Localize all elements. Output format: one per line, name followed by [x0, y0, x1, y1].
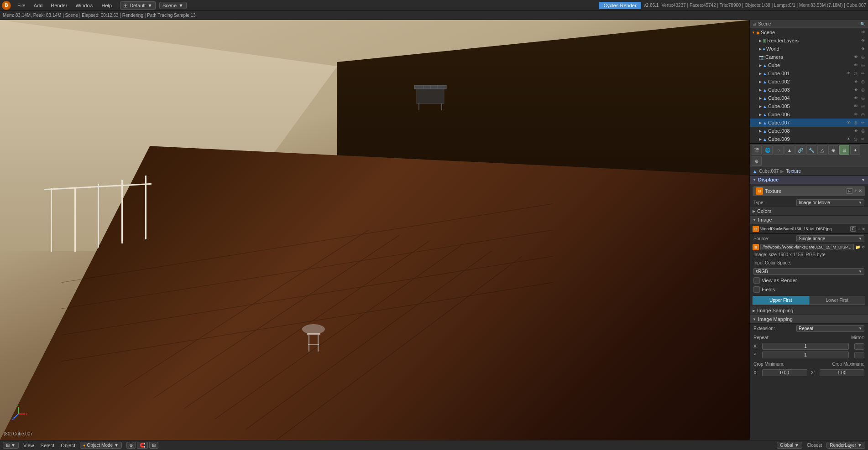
image-sampling-section[interactable]: ▶ Image Sampling: [750, 306, 868, 315]
displace-settings-icon[interactable]: ▼: [861, 178, 865, 182]
outliner-item-cube001[interactable]: ▶ ▲ Cube.001 👁 ◎ ✏: [750, 69, 868, 78]
editor-type-selector[interactable]: ⊞ ▼: [3, 442, 19, 449]
pencil-icon[interactable]: ✏: [860, 136, 866, 142]
image-f-btn[interactable]: F: [850, 226, 857, 232]
image-mapping-section[interactable]: ▼ Image Mapping: [750, 315, 868, 324]
render-icon[interactable]: ◎: [860, 103, 866, 109]
eye-icon[interactable]: 👁: [860, 37, 866, 44]
outliner-item-camera[interactable]: 📷 Camera 👁 ◎: [750, 53, 868, 61]
render-engine-selector[interactable]: Cycles Render: [599, 2, 641, 9]
render-icon[interactable]: ◎: [860, 87, 866, 93]
render-icon[interactable]: ◎: [860, 95, 866, 101]
bottom-select-label[interactable]: Select: [39, 443, 57, 448]
image-section-header[interactable]: ▼ Image: [750, 216, 868, 224]
filepath-reload-icon[interactable]: ↺: [862, 245, 865, 249]
repeat-x-field[interactable]: 1: [762, 343, 849, 350]
eye-icon[interactable]: 👁: [852, 87, 859, 93]
props-icon-texture[interactable]: ⊟: [839, 145, 849, 155]
pencil-icon[interactable]: ✏: [860, 119, 866, 126]
filepath-value[interactable]: //odwood2/WoodPlanksBare0158_15_M_DISP.j…: [760, 244, 854, 250]
menu-window[interactable]: Window: [72, 2, 97, 9]
colors-section[interactable]: ▶ Colors: [750, 207, 868, 216]
render-icon[interactable]: ◎: [852, 70, 859, 77]
outliner-item-cube006[interactable]: ▶ ▲ Cube.006 👁 ◎: [750, 110, 868, 119]
render-icon[interactable]: ◎: [860, 111, 866, 118]
pencil-icon[interactable]: ✏: [860, 70, 866, 77]
props-icon-material[interactable]: ◉: [828, 145, 838, 155]
props-icon-object[interactable]: ▲: [784, 145, 795, 155]
upper-first-btn[interactable]: Upper First: [753, 296, 809, 305]
repeat-y-field[interactable]: 1: [762, 352, 849, 358]
eye-icon[interactable]: 👁: [860, 46, 866, 52]
outliner-item-cube005[interactable]: ▶ ▲ Cube.005 👁 ◎: [750, 102, 868, 110]
type-dropdown[interactable]: Image or Movie ▼: [796, 199, 864, 206]
eye-icon[interactable]: 👁: [845, 70, 852, 77]
render-layer-selector[interactable]: RenderLayer ▼: [826, 442, 865, 449]
texture-f-btn[interactable]: F: [846, 188, 853, 194]
menu-add[interactable]: Add: [30, 2, 47, 9]
lower-first-btn[interactable]: Lower First: [809, 296, 866, 305]
outliner-item-renderlayers[interactable]: ▶ ⊞ RenderLayers 👁: [750, 36, 868, 45]
props-icon-scene[interactable]: 🌐: [763, 145, 773, 155]
props-icon-render[interactable]: 🎬: [752, 145, 762, 155]
mirror-y-swatch[interactable]: [854, 352, 864, 358]
outliner-item-cube003[interactable]: ▶ ▲ Cube.003 👁 ◎: [750, 86, 868, 94]
bottom-object-label[interactable]: Object: [59, 443, 77, 448]
eye-icon[interactable]: 👁: [852, 128, 859, 134]
filepath-browse-icon[interactable]: 📁: [855, 245, 860, 249]
eye-icon[interactable]: 👁: [852, 103, 859, 109]
eye-icon[interactable]: 👁: [845, 119, 852, 126]
render-icon[interactable]: ◎: [860, 128, 866, 134]
mirror-x-swatch[interactable]: [854, 343, 864, 350]
outliner-item-cube007[interactable]: ▶ ▲ Cube.007 👁 ◎ ✏: [750, 119, 868, 127]
eye-icon[interactable]: 👁: [852, 62, 859, 68]
outliner-filter-icon[interactable]: 🔍: [860, 22, 865, 26]
eye-icon[interactable]: 👁: [852, 111, 859, 118]
render-icon[interactable]: ◎: [860, 54, 866, 60]
eye-icon[interactable]: 👁: [852, 54, 859, 60]
transform-orientation[interactable]: Global ▼: [777, 442, 802, 449]
eye-icon[interactable]: 👁: [852, 95, 859, 101]
outliner-item-cube002[interactable]: ▶ ▲ Cube.002 👁 ◎: [750, 78, 868, 86]
pivot-selector[interactable]: ⊕: [126, 442, 136, 449]
bottom-view-label[interactable]: View: [21, 443, 36, 448]
render-icon[interactable]: ◎: [860, 62, 866, 68]
render-icon[interactable]: ◎: [852, 119, 859, 126]
crop-min-x-field[interactable]: 0.00: [762, 369, 807, 376]
render-icon[interactable]: ◎: [852, 136, 859, 142]
props-icon-physics[interactable]: ⊕: [752, 156, 762, 166]
extension-dropdown[interactable]: Repeat ▼: [796, 325, 864, 332]
props-icon-data[interactable]: △: [817, 145, 827, 155]
displace-section-header[interactable]: ▼ Displace ▼: [750, 176, 868, 184]
scene-selector[interactable]: Scene ▼: [159, 2, 187, 9]
props-icon-constraints[interactable]: 🔗: [795, 145, 805, 155]
fields-checkbox[interactable]: [753, 286, 760, 293]
screen-layout-selector[interactable]: ⊞ Default ▼: [120, 1, 156, 10]
texture-remove-icon[interactable]: ✕: [858, 188, 862, 194]
eye-icon[interactable]: 👁: [852, 78, 859, 85]
props-icon-modifier[interactable]: 🔧: [806, 145, 816, 155]
menu-render[interactable]: Render: [47, 2, 71, 9]
transform-selector[interactable]: ⊞: [149, 442, 158, 449]
menu-help[interactable]: Help: [98, 2, 116, 9]
texture-add-icon[interactable]: +: [854, 188, 857, 194]
outliner-item-cube[interactable]: ▶ ▲ Cube 👁 ◎: [750, 61, 868, 69]
view-as-render-checkbox[interactable]: [753, 277, 760, 284]
outliner-item-scene[interactable]: ▼ ◆ Scene 👁: [750, 28, 868, 36]
eye-icon[interactable]: 👁: [860, 29, 866, 36]
image-remove-btn[interactable]: ✕: [862, 227, 865, 232]
image-add-btn[interactable]: +: [858, 227, 860, 232]
render-icon[interactable]: ◎: [860, 78, 866, 85]
crop-max-x-field[interactable]: 1.00: [820, 369, 865, 376]
outliner-item-cube008[interactable]: ▶ ▲ Cube.008 👁 ◎: [750, 127, 868, 135]
props-icon-particle[interactable]: ✦: [850, 145, 860, 155]
snap-toggle[interactable]: 🧲: [137, 442, 148, 449]
color-space-dropdown[interactable]: sRGB ▼: [753, 268, 864, 275]
props-icon-world[interactable]: ○: [774, 145, 784, 155]
mode-selector[interactable]: ● Object Mode ▼: [80, 442, 122, 449]
viewport[interactable]: (80) Cube.007 X Y Z: [0, 20, 749, 440]
menu-file[interactable]: File: [14, 2, 29, 9]
outliner-item-cube004[interactable]: ▶ ▲ Cube.004 👁 ◎: [750, 94, 868, 102]
eye-icon[interactable]: 👁: [845, 136, 852, 142]
outliner-item-cube009[interactable]: ▶ ▲ Cube.009 👁 ◎ ✏: [750, 135, 868, 143]
